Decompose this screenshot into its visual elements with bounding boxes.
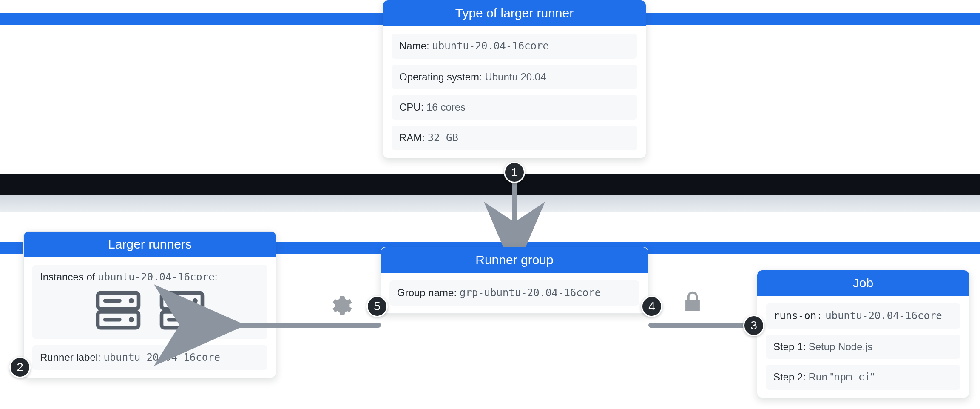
badge-2: 2: [9, 357, 31, 378]
group-name-value: grp-ubuntu-20.04-16core: [460, 287, 601, 299]
badge-2-text: 2: [17, 360, 23, 374]
arrow-left: [213, 315, 383, 336]
job-step1-value: Setup Node.js: [809, 341, 873, 352]
gear-icon: [327, 293, 353, 318]
type-ram-label: RAM:: [399, 132, 425, 143]
job-step1-label: Step 1:: [773, 341, 806, 352]
type-card: Type of larger runner Name: ubuntu-20.04…: [383, 0, 646, 158]
runners-instances-label: Instances of: [40, 271, 95, 283]
badge-5: 5: [366, 296, 388, 317]
job-step2-pre: Run ": [809, 371, 834, 383]
runners-card-title: Larger runners: [24, 232, 276, 257]
type-ram-value: 32 GB: [428, 132, 458, 144]
type-name-field: Name: ubuntu-20.04-16core: [392, 34, 637, 59]
badge-4: 4: [641, 296, 662, 317]
svg-point-5: [128, 298, 134, 303]
server-icon: [95, 290, 142, 331]
runners-instances-value: ubuntu-20.04-16core: [98, 271, 215, 283]
group-card: Runner group Group name: grp-ubuntu-20.0…: [381, 247, 648, 314]
type-os-field: Operating system: Ubuntu 20.04: [392, 65, 637, 89]
job-card-body: runs-on: ubuntu-20.04-16core Step 1: Set…: [757, 296, 969, 398]
job-step2-field: Step 2: Run "npm ci": [766, 365, 960, 390]
lock-icon: [680, 289, 706, 315]
type-os-value: Ubuntu 20.04: [485, 71, 546, 83]
runners-label-label: Runner label:: [40, 352, 101, 363]
svg-point-11: [192, 298, 197, 303]
group-card-title: Runner group: [381, 247, 648, 273]
job-card-title: Job: [757, 270, 969, 296]
type-card-title: Type of larger runner: [383, 0, 646, 26]
badge-1-text: 1: [511, 166, 518, 179]
server-icon: [159, 290, 205, 331]
job-step2-label: Step 2:: [773, 371, 806, 383]
type-card-body: Name: ubuntu-20.04-16core Operating syst…: [383, 26, 646, 158]
svg-point-12: [192, 317, 197, 322]
group-name-label: Group name:: [397, 287, 457, 298]
job-runs-on-label: runs-on:: [773, 310, 823, 322]
type-os-label: Operating system:: [399, 71, 482, 83]
type-ram-field: RAM: 32 GB: [392, 126, 637, 151]
svg-point-6: [128, 317, 134, 322]
runners-instances-suffix: :: [215, 271, 218, 283]
job-step1-field: Step 1: Setup Node.js: [766, 335, 960, 359]
type-name-value: ubuntu-20.04-16core: [432, 40, 549, 52]
type-cpu-value: 16 cores: [426, 101, 466, 113]
badge-4-text: 4: [648, 300, 655, 313]
badge-1: 1: [504, 162, 525, 183]
badge-3: 3: [743, 315, 764, 336]
job-card: Job runs-on: ubuntu-20.04-16core Step 1:…: [757, 270, 969, 398]
runners-card: Larger runners Instances of ubuntu-20.04…: [23, 231, 276, 378]
runners-label-value: ubuntu-20.04-16core: [103, 352, 220, 363]
runners-label-field: Runner label: ubuntu-20.04-16core: [32, 345, 267, 370]
badge-5-text: 5: [374, 300, 381, 313]
type-cpu-field: CPU: 16 cores: [392, 95, 637, 120]
job-runs-on-field: runs-on: ubuntu-20.04-16core: [766, 303, 960, 329]
job-runs-on-value: ubuntu-20.04-16core: [825, 310, 942, 322]
arrow-right-line: [648, 323, 759, 328]
dark-band: [0, 174, 980, 195]
group-name-field: Group name: grp-ubuntu-20.04-16core: [389, 280, 639, 306]
gray-band: [0, 195, 980, 212]
type-name-label: Name:: [399, 40, 429, 51]
job-step2-mono: npm ci: [834, 371, 871, 383]
group-card-body: Group name: grp-ubuntu-20.04-16core: [381, 273, 648, 313]
badge-3-text: 3: [750, 319, 757, 332]
type-cpu-label: CPU:: [399, 101, 423, 113]
arrow-1-down: [510, 183, 520, 247]
job-step2-post: ": [871, 371, 875, 383]
